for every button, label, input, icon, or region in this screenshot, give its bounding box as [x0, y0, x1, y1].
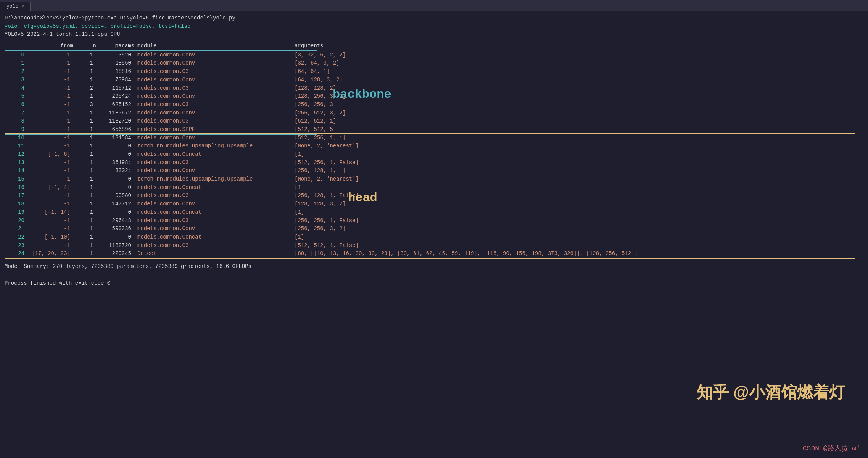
cell-params: 295424 — [96, 92, 134, 101]
cell-idx: 10 — [5, 134, 27, 142]
cell-args: [256, 512, 3, 2] — [295, 109, 346, 118]
cell-n: 1 — [73, 76, 96, 84]
cell-args: [32, 64, 3, 2] — [295, 59, 340, 68]
cell-from: -1 — [27, 68, 73, 76]
cell-params: 0 — [96, 184, 134, 192]
cell-from: -1 — [27, 192, 73, 200]
process-finished-line: Process finished with exit code 0 — [5, 279, 863, 288]
cell-params: 147712 — [96, 200, 134, 208]
cell-args: [512, 512, 1] — [295, 117, 336, 126]
cell-params: 229245 — [96, 250, 134, 258]
table-row: 4-12115712models.common.C3[128, 128, 2] — [5, 84, 863, 93]
header-from: from — [27, 42, 73, 50]
cell-module: models.common.Concat — [134, 208, 295, 217]
cell-idx: 15 — [5, 175, 27, 184]
cell-module: models.common.Concat — [134, 184, 295, 192]
terminal-content: D:\Anaconda3\envs\yolov5\python.exe D:\y… — [0, 11, 868, 290]
cell-idx: 4 — [5, 84, 27, 93]
cell-idx: 17 — [5, 192, 27, 200]
cell-params: 90880 — [96, 192, 134, 200]
table-row: 21-11590336models.common.Conv[256, 256, … — [5, 225, 863, 233]
cell-args: [512, 512, 5] — [295, 126, 336, 134]
data-rows: 0-113520models.common.Conv[3, 32, 6, 2, … — [5, 51, 863, 258]
table-row: 22[-1, 10]10models.common.Concat[1] — [5, 233, 863, 242]
terminal-tab[interactable]: yolo × — [0, 2, 31, 11]
cell-module: torch.nn.modules.upsampling.Upsample — [134, 175, 295, 184]
cell-from: -1 — [27, 134, 73, 142]
cell-params: 1180672 — [96, 109, 134, 118]
cell-n: 1 — [73, 134, 96, 142]
cell-module: models.common.Conv — [134, 134, 295, 142]
cell-module: models.common.Conv — [134, 92, 295, 101]
tab-label: yolo — [6, 3, 18, 9]
cell-n: 1 — [73, 51, 96, 60]
cell-args: [256, 128, 1, 1] — [295, 167, 346, 175]
cell-module: models.common.Conv — [134, 59, 295, 68]
cell-n: 1 — [73, 167, 96, 175]
cell-idx: 23 — [5, 242, 27, 250]
table-row: 19[-1, 14]10models.common.Concat[1] — [5, 208, 863, 217]
cell-module: models.common.C3 — [134, 84, 295, 93]
table-row: 24[17, 20, 23]1229245Detect[80, [[10, 13… — [5, 250, 863, 258]
cell-from: -1 — [27, 142, 73, 150]
cell-params: 0 — [96, 150, 134, 159]
table-row: 2-1118816models.common.C3[64, 64, 1] — [5, 68, 863, 76]
cell-args: [1] — [295, 184, 304, 192]
table-row: 13-11361984models.common.C3[512, 256, 1,… — [5, 159, 863, 167]
cell-module: models.common.Conv — [134, 167, 295, 175]
cell-from: -1 — [27, 159, 73, 167]
cell-from: -1 — [27, 101, 73, 109]
cell-idx: 24 — [5, 250, 27, 258]
cell-n: 1 — [73, 233, 96, 242]
version-line: YOLOv5 2022-4-1 torch 1.13.1+cpu CPU — [5, 31, 863, 39]
cell-from: -1 — [27, 217, 73, 225]
cell-args: [None, 2, 'nearest'] — [295, 175, 359, 184]
cell-module: models.common.C3 — [134, 242, 295, 250]
cell-params: 18560 — [96, 59, 134, 68]
backbone-label: backbone — [333, 85, 391, 104]
cell-module: models.common.Conv — [134, 51, 295, 60]
cell-idx: 1 — [5, 59, 27, 68]
cell-from: -1 — [27, 175, 73, 184]
table-row: 5-11295424models.common.Conv[128, 256, 3… — [5, 92, 863, 101]
cell-module: models.common.Conv — [134, 200, 295, 208]
cell-args: [None, 2, 'nearest'] — [295, 142, 359, 150]
cell-idx: 0 — [5, 51, 27, 60]
tab-close-button[interactable]: × — [21, 4, 24, 9]
cell-args: [512, 512, 1, False] — [295, 242, 359, 250]
table-row: 10-11131584models.common.Conv[512, 256, … — [5, 134, 863, 142]
cell-n: 1 — [73, 150, 96, 159]
table-row: 15-110torch.nn.modules.upsampling.Upsamp… — [5, 175, 863, 184]
table-row: 7-111180672models.common.Conv[256, 512, … — [5, 109, 863, 118]
cell-idx: 16 — [5, 184, 27, 192]
cell-module: models.common.Concat — [134, 150, 295, 159]
cell-args: [512, 256, 1, 1] — [295, 134, 346, 142]
cmd-line: yolo: cfg=yolov5s.yaml, device=, profile… — [5, 23, 863, 31]
cell-module: models.common.Conv — [134, 225, 295, 233]
cell-n: 3 — [73, 101, 96, 109]
cell-n: 1 — [73, 68, 96, 76]
cell-from: -1 — [27, 84, 73, 93]
cell-idx: 13 — [5, 159, 27, 167]
cell-params: 33024 — [96, 167, 134, 175]
table-row: 12[-1, 6]10models.common.Concat[1] — [5, 150, 863, 159]
summary-line: Model Summary: 270 layers, 7235389 param… — [5, 262, 863, 272]
cell-idx: 12 — [5, 150, 27, 159]
cell-idx: 18 — [5, 200, 27, 208]
cell-params: 590336 — [96, 225, 134, 233]
cell-from: [-1, 10] — [27, 233, 73, 242]
header-arguments: arguments — [295, 42, 324, 50]
cell-idx: 19 — [5, 208, 27, 217]
cell-params: 3520 — [96, 51, 134, 60]
table-row: 20-11296448models.common.C3[256, 256, 1,… — [5, 217, 863, 225]
csdn-label: CSDN @路人贾'ω' — [803, 443, 860, 454]
table-row: 6-13625152models.common.C3[256, 256, 3] — [5, 101, 863, 109]
table-row: 16[-1, 4]10models.common.Concat[1] — [5, 184, 863, 192]
cell-module: models.common.C3 — [134, 192, 295, 200]
cell-args: [1] — [295, 150, 304, 159]
cell-from: -1 — [27, 51, 73, 60]
cell-n: 1 — [73, 59, 96, 68]
cell-n: 1 — [73, 142, 96, 150]
cell-module: models.common.Conv — [134, 109, 295, 118]
cell-module: models.common.SPPF — [134, 126, 295, 134]
